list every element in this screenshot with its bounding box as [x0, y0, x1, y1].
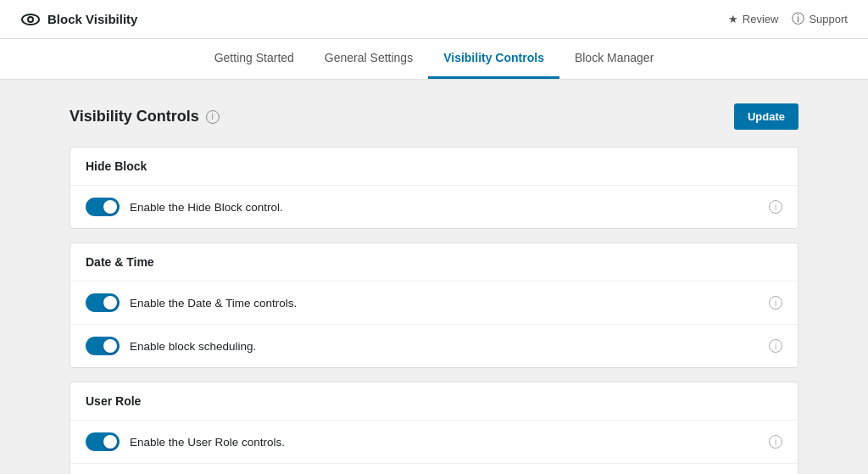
review-link[interactable]: ★ Review: [728, 13, 779, 25]
hide-block-row: Enable the Hide Block control. i: [70, 186, 798, 228]
main-content: Visibility Controls i Update Hide Block …: [53, 80, 815, 474]
user-role-row-left: Enable the User Role controls.: [86, 432, 285, 451]
page-title-row: Visibility Controls i: [70, 108, 220, 125]
date-time-toggle[interactable]: [86, 293, 120, 312]
user-role-label: Enable the User Role controls.: [130, 436, 285, 449]
user-role-row: Enable the User Role controls. i: [70, 421, 798, 464]
tab-general-settings[interactable]: General Settings: [309, 39, 428, 79]
logo: Block Visibility: [20, 9, 137, 30]
hide-block-info-icon[interactable]: i: [769, 200, 782, 214]
hide-block-row-left: Enable the Hide Block control.: [86, 198, 283, 216]
user-role-title: User Role: [70, 382, 798, 421]
logo-text: Block Visibility: [47, 12, 137, 26]
header-actions: ★ Review ⓘ Support: [728, 11, 848, 27]
nav-tabs: Getting Started General Settings Visibil…: [0, 39, 868, 80]
user-role-restrictions-row: Enable individual user role restrictions…: [70, 464, 798, 474]
svg-point-1: [28, 17, 33, 22]
hide-block-title: Hide Block: [70, 148, 798, 186]
date-time-title: Date & Time: [70, 243, 798, 282]
block-scheduling-row: Enable block scheduling. i: [70, 325, 798, 367]
page-header: Visibility Controls i Update: [70, 103, 798, 130]
user-role-info-icon[interactable]: i: [769, 435, 782, 449]
date-time-info-icon[interactable]: i: [769, 296, 782, 309]
user-role-toggle[interactable]: [86, 432, 120, 451]
block-scheduling-info-icon[interactable]: i: [769, 339, 782, 353]
hide-block-toggle[interactable]: [86, 198, 120, 216]
update-button[interactable]: Update: [734, 103, 798, 130]
block-scheduling-label: Enable block scheduling.: [130, 340, 256, 353]
page-info-icon[interactable]: i: [206, 110, 220, 124]
date-time-row-left: Enable the Date & Time controls.: [86, 293, 297, 312]
support-link[interactable]: ⓘ Support: [792, 11, 848, 27]
date-time-section: Date & Time Enable the Date & Time contr…: [70, 243, 798, 368]
circle-question-icon: ⓘ: [792, 11, 804, 27]
block-scheduling-row-left: Enable block scheduling.: [86, 337, 256, 355]
star-icon: ★: [728, 13, 738, 25]
logo-icon: [20, 9, 41, 30]
tab-visibility-controls[interactable]: Visibility Controls: [428, 39, 559, 79]
date-time-row: Enable the Date & Time controls. i: [70, 282, 798, 325]
tab-block-manager[interactable]: Block Manager: [559, 39, 669, 79]
hide-block-section: Hide Block Enable the Hide Block control…: [70, 147, 798, 229]
date-time-label: Enable the Date & Time controls.: [130, 297, 297, 309]
user-role-section: User Role Enable the User Role controls.…: [70, 382, 798, 474]
page-title: Visibility Controls: [70, 108, 199, 125]
block-scheduling-toggle[interactable]: [86, 337, 120, 355]
hide-block-label: Enable the Hide Block control.: [130, 201, 283, 214]
app-header: Block Visibility ★ Review ⓘ Support: [0, 0, 868, 39]
tab-getting-started[interactable]: Getting Started: [199, 39, 309, 79]
svg-point-0: [22, 14, 39, 25]
